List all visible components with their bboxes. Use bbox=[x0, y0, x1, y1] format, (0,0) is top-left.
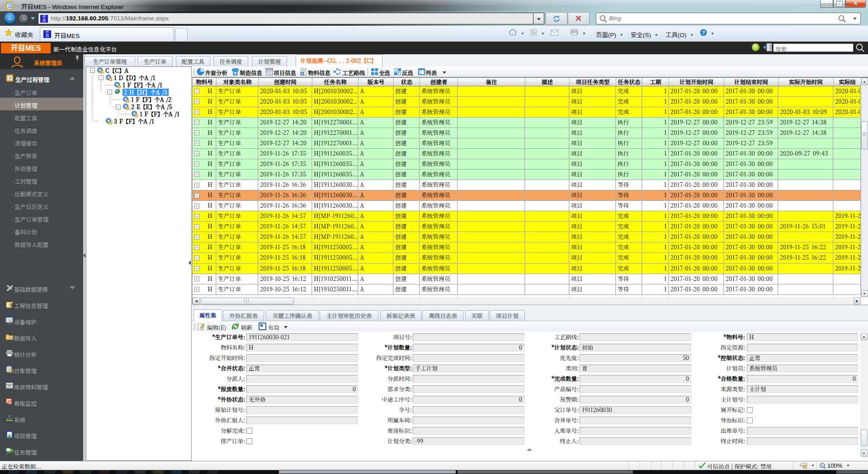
svg-text:?: ? bbox=[702, 30, 705, 35]
